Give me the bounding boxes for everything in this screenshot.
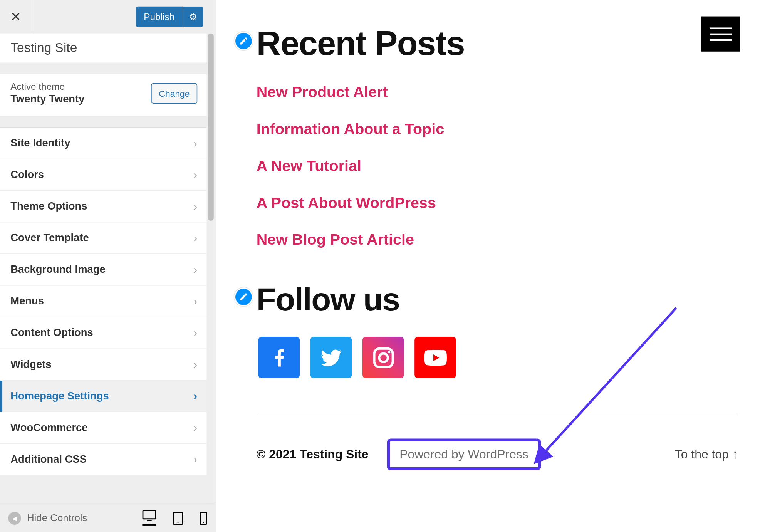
publish-area: Publish ⚙	[136, 7, 208, 27]
svg-rect-0	[143, 510, 156, 519]
section-theme-options[interactable]: Theme Options ›	[0, 191, 208, 223]
svg-rect-1	[147, 520, 152, 521]
customizer-footer: ◄ Hide Controls	[0, 503, 215, 532]
active-theme-row: Active theme Twenty Twenty Change	[0, 74, 208, 117]
hide-controls-label: Hide Controls	[27, 512, 87, 524]
scrollbar-thumb[interactable]	[208, 34, 214, 221]
section-label: Colors	[10, 169, 44, 181]
edit-shortcut-button[interactable]	[234, 32, 253, 50]
section-site-identity[interactable]: Site Identity ›	[0, 128, 208, 159]
device-tablet-icon[interactable]	[173, 512, 183, 524]
section-label: Menus	[10, 295, 44, 307]
recent-posts-heading: Recent Posts	[257, 23, 770, 63]
active-theme-label: Active theme	[10, 81, 84, 92]
pencil-icon	[239, 36, 248, 45]
chevron-right-icon: ›	[193, 421, 197, 435]
post-link[interactable]: New Product Alert	[257, 83, 770, 101]
section-background-image[interactable]: Background Image ›	[0, 254, 208, 286]
preview-pane: Recent Posts New Product Alert Informati…	[224, 0, 770, 532]
section-colors[interactable]: Colors ›	[0, 159, 208, 191]
customizer-section-list: Site Identity › Colors › Theme Options ›…	[0, 127, 208, 503]
post-link[interactable]: A New Tutorial	[257, 157, 770, 175]
youtube-link[interactable]	[414, 337, 456, 378]
chevron-right-icon: ›	[193, 200, 197, 213]
chevron-right-icon: ›	[193, 453, 197, 466]
section-label: WooCommerce	[10, 421, 87, 434]
copyright-text: © 2021 Testing Site	[257, 447, 369, 461]
chevron-right-icon: ›	[193, 231, 197, 245]
site-name-link[interactable]: Testing Site	[0, 34, 208, 64]
social-links-row	[258, 337, 770, 378]
svg-point-5	[203, 522, 204, 523]
publish-settings-button[interactable]: ⚙	[183, 7, 203, 27]
publish-button[interactable]: Publish	[136, 7, 183, 27]
facebook-icon	[267, 346, 291, 369]
active-theme-text: Active theme Twenty Twenty	[10, 81, 84, 105]
section-content-options[interactable]: Content Options ›	[0, 317, 208, 349]
svg-point-7	[379, 353, 388, 362]
svg-point-3	[178, 522, 179, 523]
section-homepage-settings[interactable]: Homepage Settings ›	[0, 381, 208, 412]
to-top-link[interactable]: To the top ↑	[675, 447, 738, 461]
post-link[interactable]: Information About a Topic	[257, 120, 770, 138]
section-woocommerce[interactable]: WooCommerce ›	[0, 412, 208, 444]
pencil-icon	[239, 292, 248, 301]
follow-us-heading: Follow us	[257, 280, 770, 318]
close-button[interactable]: ✕	[0, 0, 32, 34]
edit-shortcut-button[interactable]	[234, 287, 253, 306]
section-label: Widgets	[10, 358, 51, 371]
twitter-link[interactable]	[310, 337, 352, 378]
instagram-link[interactable]	[362, 337, 404, 378]
chevron-right-icon: ›	[193, 263, 197, 276]
chevron-right-icon: ›	[193, 389, 197, 403]
section-label: Theme Options	[10, 200, 87, 213]
recent-posts-list: New Product Alert Information About a To…	[257, 83, 770, 249]
chevron-right-icon: ›	[193, 295, 197, 308]
change-theme-button[interactable]: Change	[151, 83, 197, 104]
hide-controls-button[interactable]: ◄ Hide Controls	[8, 512, 87, 524]
facebook-link[interactable]	[258, 337, 300, 378]
chevron-right-icon: ›	[193, 136, 197, 150]
chevron-right-icon: ›	[193, 326, 197, 340]
sidebar-scrollbar[interactable]	[207, 34, 215, 503]
chevron-right-icon: ›	[193, 168, 197, 181]
section-menus[interactable]: Menus ›	[0, 286, 208, 317]
section-label: Site Identity	[10, 137, 70, 149]
youtube-icon	[422, 344, 449, 371]
preview-footer: © 2021 Testing Site Powered by WordPress…	[224, 438, 770, 470]
customizer-top-bar: ✕ Publish ⚙	[0, 0, 208, 34]
powered-by-link[interactable]: Powered by WordPress	[387, 438, 541, 470]
device-preview-switcher	[142, 510, 207, 526]
section-label: Cover Template	[10, 232, 89, 244]
post-link[interactable]: A Post About WordPress	[257, 194, 770, 212]
twitter-icon	[319, 345, 344, 370]
collapse-arrow-icon: ◄	[8, 512, 21, 524]
post-link[interactable]: New Blog Post Article	[257, 231, 770, 249]
svg-point-8	[388, 351, 390, 353]
section-label: Content Options	[10, 327, 93, 339]
section-label: Background Image	[10, 263, 105, 276]
footer-divider	[257, 415, 738, 415]
active-theme-name: Twenty Twenty	[10, 93, 84, 106]
customizer-panel: ✕ Publish ⚙ Testing Site Active theme Tw…	[0, 0, 215, 532]
section-additional-css[interactable]: Additional CSS ›	[0, 444, 208, 475]
device-mobile-icon[interactable]	[200, 512, 207, 524]
section-widgets[interactable]: Widgets ›	[0, 349, 208, 381]
device-desktop-icon[interactable]	[142, 510, 156, 526]
chevron-right-icon: ›	[193, 358, 197, 371]
section-label: Homepage Settings	[10, 390, 109, 402]
section-label: Additional CSS	[10, 453, 87, 465]
section-cover-template[interactable]: Cover Template ›	[0, 223, 208, 254]
gear-icon: ⚙	[189, 12, 197, 22]
instagram-icon	[371, 345, 396, 370]
